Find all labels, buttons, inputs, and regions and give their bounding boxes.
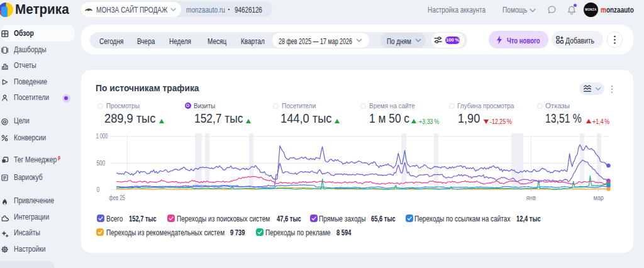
svg-text:500: 500 <box>96 160 105 167</box>
svg-text:мар: мар <box>593 194 604 201</box>
svg-text:янв: янв <box>526 194 536 201</box>
svg-text:0: 0 <box>96 186 99 193</box>
svg-text:фев 25: фев 25 <box>109 194 125 201</box>
svg-text:1 000: 1 000 <box>96 133 108 140</box>
